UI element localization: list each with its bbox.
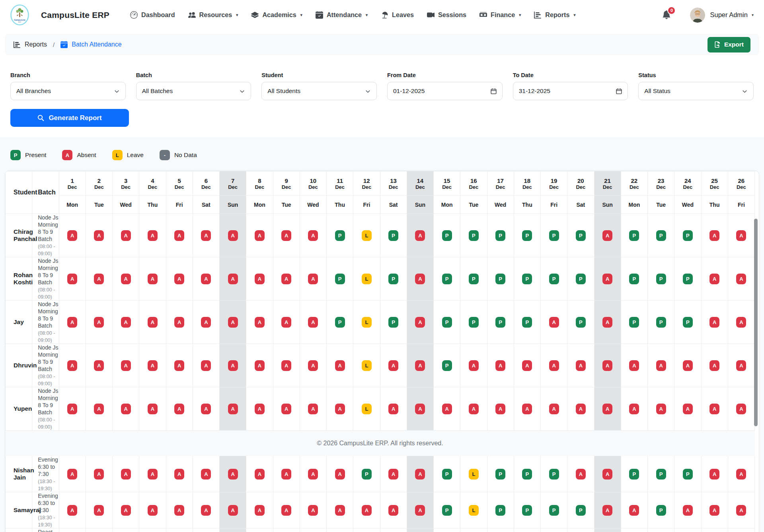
breadcrumb-reports-link[interactable]: Reports (14, 41, 47, 48)
status-select[interactable]: All Status (638, 82, 754, 100)
from-date-input[interactable]: 01-12-2025 (387, 82, 503, 100)
attendance-cell: A (407, 492, 433, 528)
day-of-week-header: Wed (113, 196, 139, 214)
to-date-input[interactable]: 31-12-2025 (513, 82, 628, 100)
attendance-badge: A (683, 404, 693, 414)
attendance-badge: A (495, 404, 505, 414)
attendance-badge: A (602, 404, 612, 414)
attendance-badge: A (228, 469, 238, 480)
attendance-badge: A (335, 360, 345, 371)
vertical-scrollbar-thumb[interactable] (754, 219, 758, 426)
date-column-header: 24Dec (674, 171, 701, 196)
branch-select[interactable]: All Branches (10, 82, 126, 100)
attendance-badge: A (94, 230, 104, 241)
attendance-cell: A (86, 528, 112, 532)
nav-item-academics[interactable]: Academics ▾ (251, 11, 302, 19)
attendance-badge: A (121, 360, 131, 371)
attendance-cell: A (59, 492, 86, 528)
attendance-badge: A (549, 360, 559, 371)
attendance-cell: P (567, 214, 594, 257)
breadcrumb-current-label: Batch Attendance (72, 41, 121, 48)
attendance-badge: P (576, 274, 586, 284)
attendance-badge: L (362, 230, 372, 241)
attendance-badge: A (94, 317, 104, 328)
nav-item-leaves[interactable]: Leaves (381, 11, 414, 19)
attendance-cell: A (434, 387, 460, 431)
date-column-header: 16Dec (460, 171, 487, 196)
date-column-header: 19Dec (541, 171, 567, 196)
filter-label: Student (261, 72, 377, 78)
user-avatar[interactable] (690, 8, 705, 23)
attendance-badge: A (388, 360, 398, 371)
attendance-cell: A (246, 528, 273, 532)
attendance-badge: A (736, 469, 746, 480)
attendance-badge: A (255, 469, 265, 480)
attendance-cell: A (59, 387, 86, 431)
day-of-week-header: Sun (407, 196, 433, 214)
attendance-cell: P (434, 492, 460, 528)
attendance-badge: P (656, 469, 666, 480)
date-column-header: 11Dec (327, 171, 353, 196)
attendance-cell: A (113, 456, 139, 492)
attendance-cell: A (193, 387, 219, 431)
bar-chart-icon (534, 11, 542, 19)
legend-badge: L (112, 150, 123, 160)
attendance-cell: A (567, 387, 594, 431)
attendance-badge: P (683, 230, 693, 241)
attendance-badge: A (335, 404, 345, 414)
attendance-cell: A (460, 344, 487, 387)
batch-name: Evening 6:30 to 7:30 (38, 493, 58, 513)
attendance-badge: A (308, 317, 318, 328)
attendance-cell: L (460, 456, 487, 492)
attendance-cell: A (380, 387, 407, 431)
attendance-badge: A (148, 360, 158, 371)
batch-time: (08:00 - 09:00) (38, 287, 55, 300)
generate-report-button[interactable]: Generate Report (10, 109, 129, 127)
report-section: PPresentAAbsentLLeave-No Data Student Ba… (0, 137, 764, 532)
legend-badge: - (160, 150, 170, 160)
attendance-badge: A (415, 230, 425, 241)
batch-select[interactable]: All Batches (136, 82, 251, 100)
notifications-button[interactable]: 0 (662, 10, 672, 20)
attendance-cell: A (220, 492, 246, 528)
brand[interactable]: CampusLite ERP CampusLite ERP (10, 4, 109, 25)
attendance-badge: A (308, 404, 318, 414)
day-of-week-header: Fri (541, 196, 567, 214)
attendance-badge: A (255, 404, 265, 414)
attendance-badge: A (201, 230, 211, 241)
attendance-badge: L (469, 469, 479, 480)
attendance-badge: A (148, 469, 158, 480)
attendance-badge: A (629, 404, 639, 414)
date-column-header: 17Dec (487, 171, 514, 196)
nav-item-finance[interactable]: Finance ▾ (479, 11, 521, 19)
batch-value: All Batches (142, 87, 173, 95)
user-menu[interactable]: Super Admin ▾ (710, 11, 754, 19)
nav-item-attendance[interactable]: Attendance ▾ (316, 11, 368, 19)
chevron-down-icon (742, 88, 748, 94)
legend-badge: A (62, 150, 72, 160)
attendance-badge: A (709, 505, 719, 516)
attendance-cell: A (327, 387, 353, 431)
student-column-header: Student (6, 171, 32, 214)
attendance-badge: A (228, 360, 238, 371)
attendance-badge: A (362, 505, 372, 516)
attendance-badge: P (495, 317, 505, 328)
attendance-cell: A (728, 344, 754, 387)
legend-label: Present (25, 151, 46, 159)
nav-item-sessions[interactable]: Sessions (427, 11, 466, 19)
nav-item-resources[interactable]: Resources ▾ (188, 11, 238, 19)
day-of-week-header: Tue (273, 196, 300, 214)
student-select[interactable]: All Students (261, 82, 377, 100)
batch-name: Node Js Morning 8 To 9 Batch (38, 388, 58, 416)
attendance-cell: P (327, 214, 353, 257)
attendance-cell: P (567, 301, 594, 344)
export-button[interactable]: Export (707, 37, 750, 52)
attendance-cell: A (327, 492, 353, 528)
nav-item-dashboard[interactable]: Dashboard (130, 11, 175, 19)
attendance-cell: A (86, 344, 112, 387)
attendance-cell: A (701, 528, 728, 532)
attendance-cell: A (220, 387, 246, 431)
attendance-badge: A (709, 274, 719, 284)
nav-item-reports[interactable]: Reports ▾ (534, 11, 575, 19)
attendance-badge: A (148, 505, 158, 516)
